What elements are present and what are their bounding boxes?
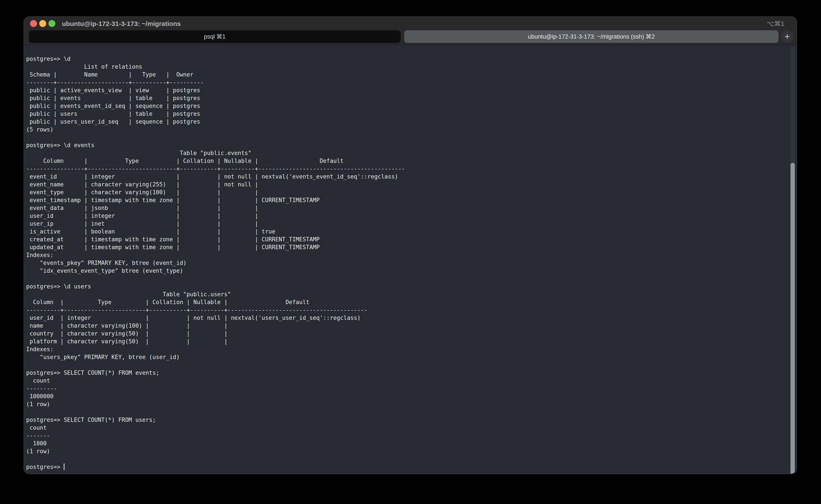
terminal-line: Schema | Name | Type | Owner: [26, 71, 788, 78]
terminal-line: -----------------+----------------------…: [26, 165, 788, 173]
terminal-line: 1000: [26, 439, 788, 447]
terminal-line: count: [26, 377, 788, 385]
prompt: postgres=>: [26, 464, 64, 470]
terminal-line: List of relations: [26, 63, 788, 71]
terminal-line: is_active | boolean | | | true: [26, 228, 788, 235]
terminal-line: Table "public.users": [26, 290, 788, 298]
terminal-line: Indexes:: [26, 251, 788, 259]
terminal-line: user_ip | inet | | |: [26, 220, 788, 228]
terminal-line: event_id | integer | | not null | nextva…: [26, 173, 788, 180]
terminal-line: updated_at | timestamp with time zone | …: [26, 243, 788, 251]
zoom-button[interactable]: [48, 20, 55, 27]
terminal-line: "users_pkey" PRIMARY KEY, btree (user_id…: [26, 353, 788, 361]
terminal-line: postgres=> SELECT COUNT(*) FROM events;: [26, 369, 788, 377]
terminal-line: [26, 455, 788, 463]
desktop-background: ubuntu@ip-172-31-3-173: ~/migrations ⌥⌘1…: [0, 0, 821, 504]
terminal-line: created_at | timestamp with time zone | …: [26, 235, 788, 243]
tab-psql[interactable]: psql ⌘1: [29, 30, 401, 43]
tab-label: ubuntu@ip-172-31-3-173: ~/migrations (ss…: [528, 33, 655, 40]
terminal-line: (1 row): [26, 400, 788, 408]
terminal-line: (5 rows): [26, 126, 788, 133]
terminal-line: public | events_event_id_seq | sequence …: [26, 102, 788, 110]
terminal-line: public | active_events_view | view | pos…: [26, 86, 788, 94]
terminal-line: public | events | table | postgres: [26, 94, 788, 102]
terminal-line: 1000000: [26, 392, 788, 400]
terminal-line: postgres=> SELECT COUNT(*) FROM users;: [26, 416, 788, 424]
terminal-line: public | users_user_id_seq | sequence | …: [26, 118, 788, 126]
terminal-line: [26, 133, 788, 141]
terminal-line: public | users | table | postgres: [26, 110, 788, 118]
close-button[interactable]: [30, 20, 37, 27]
terminal-line: event_data | jsonb | | |: [26, 204, 788, 212]
terminal-line: Indexes:: [26, 345, 788, 353]
terminal-lines: postgres=> \d List of relations Schema |…: [26, 55, 788, 463]
terminal-line: count: [26, 424, 788, 432]
terminal-line: postgres=> \d: [26, 55, 788, 63]
terminal-line: (1 row): [26, 447, 788, 455]
terminal-line: [26, 361, 788, 369]
titlebar-shortcut: ⌥⌘1: [767, 17, 784, 31]
scrollbar-thumb[interactable]: [790, 163, 795, 474]
terminal-line: user_id | integer | | |: [26, 212, 788, 220]
window-chrome: ubuntu@ip-172-31-3-173: ~/migrations ⌥⌘1…: [24, 17, 797, 45]
terminal-output: postgres=> \d List of relations Schema |…: [24, 45, 797, 474]
new-tab-button[interactable]: +: [781, 30, 794, 43]
terminal-line: -------: [26, 432, 788, 439]
terminal-line: Column | Type | Collation | Nullable | D…: [26, 157, 788, 165]
terminal-line: event_type | character varying(100) | | …: [26, 188, 788, 196]
terminal-line: event_name | character varying(255) | | …: [26, 180, 788, 188]
window-title: ubuntu@ip-172-31-3-173: ~/migrations: [62, 17, 181, 31]
terminal-line: "idx_events_event_type" btree (event_typ…: [26, 267, 788, 275]
terminal-line: country | character varying(50) | | |: [26, 330, 788, 337]
prompt-line: postgres=>: [26, 463, 788, 471]
tab-bar: psql ⌘1 ubuntu@ip-172-31-3-173: ~/migrat…: [24, 30, 797, 43]
terminal-line: platform | character varying(50) | | |: [26, 337, 788, 345]
text-cursor: [64, 463, 65, 470]
terminal-line: "events_pkey" PRIMARY KEY, btree (event_…: [26, 259, 788, 267]
terminal-line: Column | Type | Collation | Nullable | D…: [26, 298, 788, 306]
terminal-line: name | character varying(100) | | |: [26, 322, 788, 330]
traffic-lights: [30, 20, 55, 27]
terminal-line: --------+---------------------+---------…: [26, 78, 788, 86]
terminal-line: postgres=> \d events: [26, 141, 788, 149]
terminal-window: ubuntu@ip-172-31-3-173: ~/migrations ⌥⌘1…: [24, 17, 797, 474]
terminal-line: ----------+------------------------+----…: [26, 306, 788, 314]
terminal-line: [26, 408, 788, 416]
terminal-line: ---------: [26, 385, 788, 392]
terminal-line: [26, 275, 788, 283]
terminal-line: event_timestamp | timestamp with time zo…: [26, 196, 788, 204]
terminal-line: postgres=> \d users: [26, 283, 788, 290]
terminal-line: user_id | integer | | not null | nextval…: [26, 314, 788, 322]
tab-ssh[interactable]: ubuntu@ip-172-31-3-173: ~/migrations (ss…: [404, 30, 778, 43]
minimize-button[interactable]: [39, 20, 46, 27]
tab-label: psql ⌘1: [204, 33, 225, 40]
terminal-line: Table "public.events": [26, 149, 788, 157]
